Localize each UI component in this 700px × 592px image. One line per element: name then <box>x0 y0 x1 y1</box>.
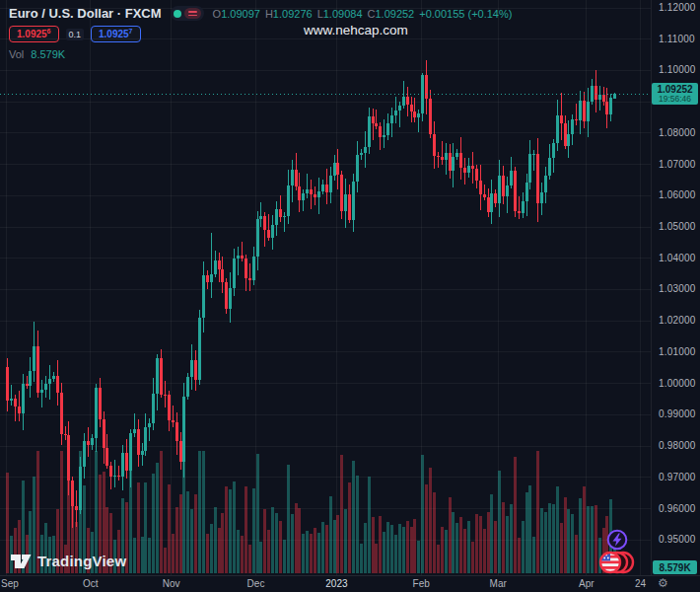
change-value: +0.00155 (+0.14%) <box>419 8 512 20</box>
price-axis-label: 1.12000 <box>659 2 696 13</box>
volume-bar <box>144 482 147 573</box>
candle <box>410 97 413 123</box>
price-axis-label: 0.98000 <box>659 440 696 451</box>
volume-bar <box>321 522 324 573</box>
candle <box>256 211 259 271</box>
volume-bar <box>548 503 551 573</box>
volume-bar <box>295 503 298 573</box>
candle <box>117 466 120 481</box>
candle <box>18 391 21 420</box>
candle <box>33 322 35 382</box>
volume-bar <box>467 521 470 573</box>
symbol-title[interactable]: Euro / U.S. Dollar · FXCM <box>9 6 162 21</box>
volume-bar <box>259 542 262 573</box>
chart-legend: Euro / U.S. Dollar · FXCM O1.09097 H1.09… <box>9 6 512 60</box>
candle <box>252 247 255 285</box>
volume-bar <box>583 486 586 573</box>
volume-bar <box>241 536 244 573</box>
candle <box>87 427 90 456</box>
candle <box>221 257 224 293</box>
time-axis-label: Sep <box>1 578 19 589</box>
candle <box>295 153 298 189</box>
candle <box>225 278 228 314</box>
candle <box>29 357 32 398</box>
volume-bar <box>522 521 525 573</box>
time-axis-label: Mar <box>490 578 507 589</box>
candle <box>548 144 551 180</box>
volume-bar <box>348 482 351 573</box>
volume-bar <box>152 474 155 573</box>
open-value: 1.09097 <box>221 8 260 20</box>
volume-bar <box>510 504 513 573</box>
candle <box>156 354 159 410</box>
candle <box>383 119 385 148</box>
candle <box>52 372 55 382</box>
volume-bar <box>487 512 490 573</box>
volume-bar <box>329 496 332 573</box>
price-axis-label: 1.04000 <box>659 253 696 263</box>
volume-bar <box>579 498 582 573</box>
volume-bar <box>360 544 363 573</box>
candle <box>437 152 440 168</box>
low-value: 1.09084 <box>323 8 363 20</box>
volume-bar <box>433 492 436 573</box>
candle <box>271 215 274 250</box>
spread-value: 0.1 <box>66 29 85 40</box>
tradingview-mark-icon <box>10 551 32 570</box>
gear-icon[interactable]: ⚙ <box>658 577 668 590</box>
volume-bar <box>375 544 378 573</box>
candle <box>525 174 528 216</box>
market-status-toggle[interactable] <box>171 6 204 21</box>
candle <box>364 131 367 168</box>
volume-bar <box>571 514 574 573</box>
candle <box>48 365 51 401</box>
volume-bar <box>221 513 224 573</box>
volume-bar <box>256 454 259 573</box>
candle <box>26 376 29 389</box>
menu-lines-icon <box>184 8 201 19</box>
candle <box>237 247 240 274</box>
candle <box>148 418 151 441</box>
candle <box>164 381 167 407</box>
candle <box>494 189 497 208</box>
buy-ask-button[interactable]: 1.09257 <box>91 26 141 42</box>
volume-bar <box>275 513 278 573</box>
candle <box>152 378 155 430</box>
price-axis-label: 1.08000 <box>659 127 696 138</box>
sell-bid-button[interactable]: 1.09256 <box>9 26 59 42</box>
candle <box>283 212 286 232</box>
volume-bar <box>245 486 247 573</box>
tradingview-logo[interactable]: TradingView <box>10 551 126 570</box>
volume-bar <box>279 521 282 573</box>
candle <box>344 179 347 228</box>
candle <box>245 255 247 291</box>
candle <box>598 86 601 111</box>
candle <box>298 173 301 212</box>
candle <box>125 439 128 478</box>
candle <box>190 344 193 389</box>
candle <box>210 233 213 298</box>
price-axis-label: 0.99000 <box>659 408 696 419</box>
volume-bar <box>202 451 205 573</box>
candle <box>275 201 278 236</box>
flag-stack-bubble-button[interactable] <box>594 549 637 580</box>
volume-bar <box>186 491 189 573</box>
candle <box>564 115 567 149</box>
candle <box>306 174 309 198</box>
volume-bar <box>494 521 497 573</box>
candle <box>459 137 462 180</box>
candle <box>103 411 105 465</box>
volume-bar <box>459 517 462 573</box>
candle <box>394 97 397 123</box>
candle <box>591 79 594 105</box>
volume-bar <box>421 455 424 573</box>
candle <box>279 195 282 222</box>
chart-canvas[interactable] <box>0 0 651 575</box>
volume-bar <box>383 532 385 573</box>
volume-bar <box>536 451 539 573</box>
volume-bar <box>556 486 559 573</box>
candle <box>502 166 505 204</box>
candle <box>518 196 521 220</box>
volume-bar <box>471 542 474 573</box>
candle <box>406 87 409 116</box>
